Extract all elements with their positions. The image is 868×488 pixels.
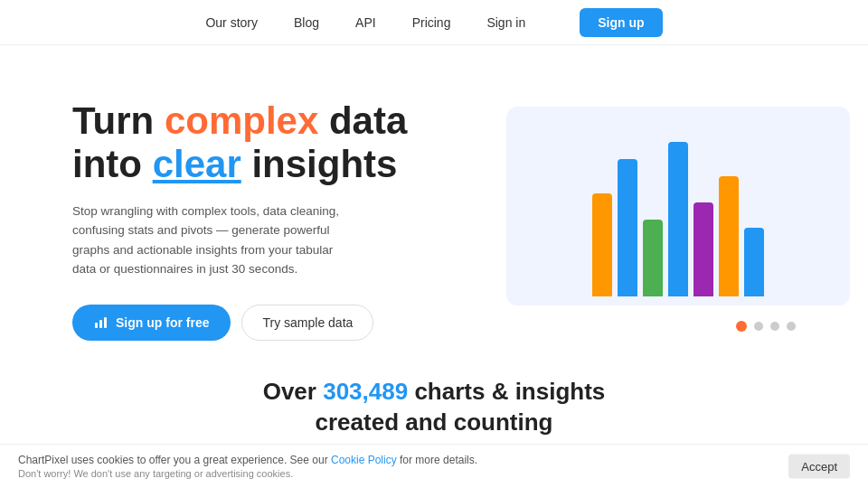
dot-2[interactable] [754, 322, 763, 331]
svg-rect-2 [104, 317, 107, 328]
dot-1[interactable] [736, 321, 747, 332]
hero-subtitle: Stop wrangling with complex tools, data … [72, 202, 344, 279]
stats-suffix: charts & insights [408, 378, 605, 405]
hero-cta-buttons: Sign up for free Try sample data [72, 305, 506, 341]
dot-4[interactable] [787, 322, 796, 331]
hero-section: Turn complex data into clear insights St… [0, 45, 868, 341]
signup-free-button[interactable]: Sign up for free [72, 305, 231, 341]
hero-title-part4: insights [241, 143, 398, 185]
signup-button[interactable]: Sign up [580, 8, 662, 37]
signin-button[interactable]: Sign in [486, 15, 525, 30]
hero-title-complex: complex [165, 99, 318, 142]
hero-chart [506, 107, 850, 305]
dot-3[interactable] [770, 322, 779, 331]
nav-api[interactable]: API [355, 15, 376, 30]
cookie-banner: ChartPixel uses cookies to offer you a g… [0, 444, 868, 488]
chart-bar [643, 220, 663, 297]
cookie-text-before: ChartPixel uses cookies to offer you a g… [18, 454, 331, 466]
hero-title: Turn complex data into clear insights [72, 99, 506, 187]
chart-bar [618, 159, 637, 296]
stats-number: 303,489 [323, 378, 408, 405]
hero-title-part3: into [72, 143, 153, 185]
hero-visual [506, 81, 850, 341]
carousel-dots [736, 321, 796, 332]
hero-title-clear: clear [153, 143, 241, 185]
chart-bar [592, 193, 612, 296]
cookie-note: Don't worry! We don't use any targeting … [18, 468, 850, 479]
nav-links: Our story Blog API Pricing Sign in Sign … [205, 8, 662, 37]
stats-section: Over 303,489 charts & insights created a… [0, 341, 868, 456]
hero-title-part2: data [318, 99, 407, 142]
signup-free-label: Sign up for free [116, 315, 209, 330]
svg-rect-1 [99, 320, 102, 328]
chart-bar [693, 202, 713, 297]
sample-data-button[interactable]: Try sample data [241, 305, 373, 341]
chart-bar [719, 176, 739, 296]
chart-icon [94, 315, 108, 330]
cookie-text-line1: ChartPixel uses cookies to offer you a g… [18, 454, 850, 466]
stats-line2: created and counting [316, 408, 553, 436]
chart-bar [668, 142, 688, 296]
hero-content: Turn complex data into clear insights St… [72, 81, 506, 341]
nav-blog[interactable]: Blog [294, 15, 319, 30]
cookie-policy-link[interactable]: Cookie Policy [331, 454, 397, 466]
navbar: Our story Blog API Pricing Sign in Sign … [0, 0, 868, 45]
chart-bars [506, 107, 850, 305]
cookie-text-after: for more details. [397, 454, 477, 466]
stats-prefix: Over [263, 378, 324, 405]
hero-title-part1: Turn [72, 99, 165, 142]
stats-title: Over 303,489 charts & insights created a… [0, 377, 868, 438]
svg-rect-0 [95, 323, 98, 328]
accept-button[interactable]: Accept [788, 455, 850, 479]
nav-pricing[interactable]: Pricing [412, 15, 451, 30]
nav-our-story[interactable]: Our story [205, 15, 258, 30]
chart-bar [744, 228, 764, 296]
